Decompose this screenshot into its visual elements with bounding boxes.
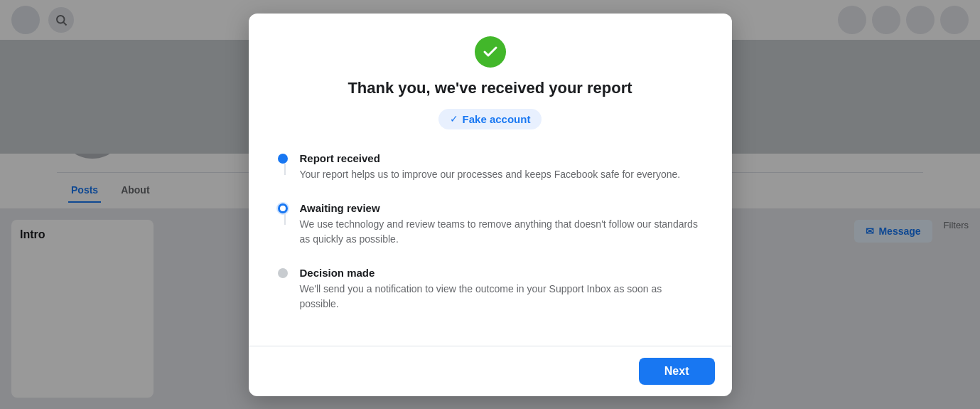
step-2-indicator xyxy=(277,203,289,225)
modal-title: Thank you, we've received your report xyxy=(348,79,632,97)
step-1-title: Report received xyxy=(300,152,704,164)
step-awaiting-review: Awaiting review We use technology and re… xyxy=(277,199,704,264)
report-modal: Thank you, we've received your report ✓ … xyxy=(249,14,732,396)
step-3-content: Decision made We'll send you a notificat… xyxy=(300,267,704,317)
step-3-description: We'll send you a notification to view th… xyxy=(300,282,704,312)
modal-backdrop: Thank you, we've received your report ✓ … xyxy=(0,0,980,409)
step-3-indicator xyxy=(277,268,289,278)
next-button[interactable]: Next xyxy=(639,358,715,385)
step-1-dot xyxy=(278,154,288,164)
step-decision-made: Decision made We'll send you a notificat… xyxy=(277,264,704,329)
steps-list: Report received Your report helps us to … xyxy=(277,149,704,329)
step-1-content: Report received Your report helps us to … xyxy=(300,152,704,188)
step-2-title: Awaiting review xyxy=(300,202,704,214)
step-1-connector xyxy=(284,164,286,175)
category-badge: ✓ Fake account xyxy=(438,109,542,129)
step-1-description: Your report helps us to improve our proc… xyxy=(300,167,704,182)
step-1-indicator xyxy=(277,154,289,175)
modal-footer: Next xyxy=(249,346,732,396)
step-2-connector xyxy=(284,213,286,225)
step-2-content: Awaiting review We use technology and re… xyxy=(300,202,704,253)
step-3-dot xyxy=(278,268,288,278)
badge-label: Fake account xyxy=(463,113,531,125)
step-3-title: Decision made xyxy=(300,267,704,279)
step-2-dot xyxy=(278,203,288,213)
badge-check-icon: ✓ xyxy=(450,113,458,124)
step-report-received: Report received Your report helps us to … xyxy=(277,149,704,199)
modal-body: Thank you, we've received your report ✓ … xyxy=(249,14,732,346)
step-2-description: We use technology and review teams to re… xyxy=(300,217,704,247)
success-icon xyxy=(475,36,506,68)
